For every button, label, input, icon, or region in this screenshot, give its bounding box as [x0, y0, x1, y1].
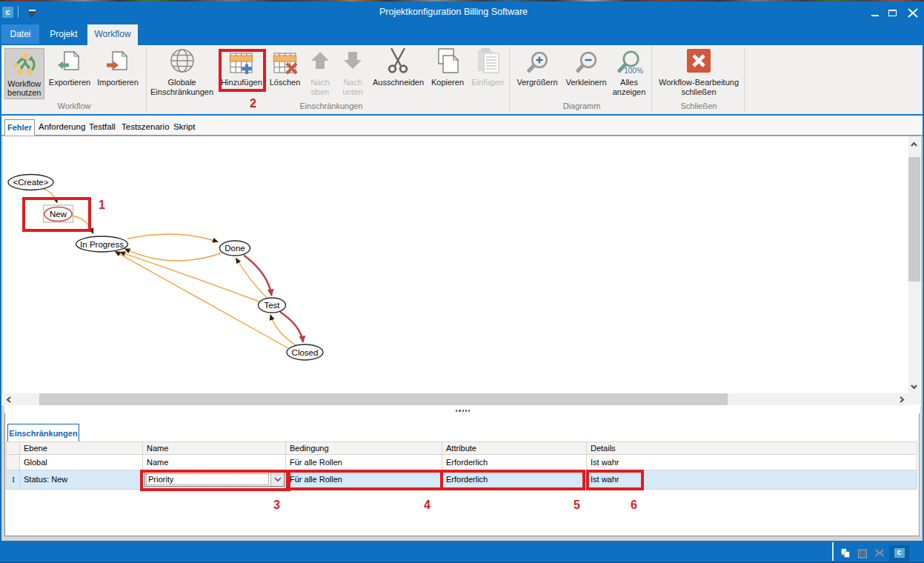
- svg-text:100%: 100%: [624, 67, 643, 75]
- svg-text:<Create>: <Create>: [13, 178, 49, 187]
- svg-text:In Progress: In Progress: [80, 240, 124, 249]
- svg-text:Done: Done: [225, 244, 245, 253]
- svg-text:Test: Test: [264, 301, 280, 310]
- svg-text:Closed: Closed: [292, 348, 319, 357]
